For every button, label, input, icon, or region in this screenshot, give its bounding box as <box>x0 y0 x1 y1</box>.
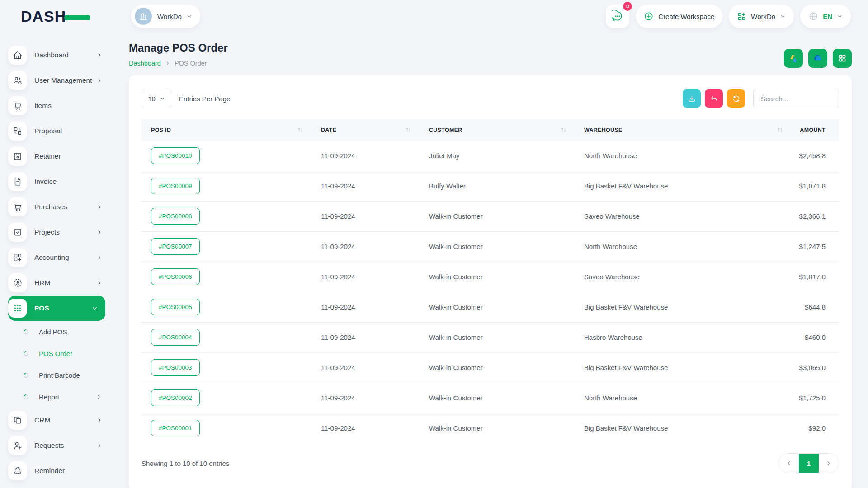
app-switcher-dropdown[interactable]: WorkDo <box>729 5 794 28</box>
sidebar-item-items[interactable]: Items <box>8 93 115 118</box>
pagination-next-button[interactable] <box>819 454 839 473</box>
google-drive-button[interactable] <box>784 49 803 68</box>
sidebar-label: Accounting <box>34 253 69 262</box>
workspace-name: WorkDo <box>157 13 182 20</box>
date-cell: 11-09-2024 <box>311 201 420 231</box>
pos-id-badge[interactable]: #POS00010 <box>151 147 200 164</box>
entries-per-page-label: Entries Per Page <box>179 95 230 103</box>
table-footer: Showing 1 to 10 of 10 entries 1 <box>142 453 839 473</box>
sidebar-item-projects[interactable]: Projects <box>8 220 115 245</box>
breadcrumb-dashboard-link[interactable]: Dashboard <box>129 60 161 67</box>
sidebar-label: Reminder <box>34 467 65 475</box>
chevron-right-icon <box>96 417 103 423</box>
table-row: #POS00003 11-09-2024 Walk-in Customer Bi… <box>142 352 839 383</box>
pagination: 1 <box>778 453 839 473</box>
grid-view-button[interactable] <box>833 49 852 68</box>
sort-icon <box>406 127 411 132</box>
search-input[interactable] <box>753 89 839 108</box>
chevron-right-icon <box>96 394 102 400</box>
language-dropdown[interactable]: EN <box>800 5 851 28</box>
table-row: #POS00001 11-09-2024 Walk-in Customer Bi… <box>142 413 839 443</box>
main-content: Manage POS Order Dashboard POS Order <box>115 33 868 488</box>
export-button[interactable] <box>683 89 701 108</box>
sidebar-subitem-print-barcode[interactable]: Print Barcode <box>8 364 115 386</box>
dash-logo-text: DASH <box>21 8 66 25</box>
sidebar-subitem-report[interactable]: Report <box>8 386 115 408</box>
sidebar-sublabel: Print Barcode <box>39 371 80 379</box>
app-switcher-label: WorkDo <box>751 13 775 20</box>
pos-id-badge[interactable]: #POS00004 <box>151 329 200 346</box>
refresh-button[interactable] <box>727 89 745 108</box>
sidebar-item-retainer[interactable]: Retainer <box>8 144 115 169</box>
customer-cell: Walk-in Customer <box>420 231 575 262</box>
dash-logo[interactable]: DASH <box>21 8 117 25</box>
sidebar-item-pos[interactable]: POS <box>8 296 105 321</box>
table-row: #POS00007 11-09-2024 Walk-in Customer No… <box>142 231 839 262</box>
sidebar-item-accounting[interactable]: Accounting <box>8 245 115 270</box>
pagination-page-1[interactable]: 1 <box>799 454 819 473</box>
sidebar-item-invoice[interactable]: Invoice <box>8 169 115 194</box>
pos-id-badge[interactable]: #POS00006 <box>151 268 200 285</box>
customer-cell: Buffy Walter <box>420 171 575 201</box>
col-amount[interactable]: AMOUNT <box>791 119 839 141</box>
language-label: EN <box>823 13 832 20</box>
col-customer[interactable]: CUSTOMER <box>420 119 575 141</box>
sidebar-item-reminder[interactable]: Reminder <box>8 458 115 483</box>
sidebar-subitem-pos-order[interactable]: POS Order <box>8 343 115 364</box>
date-cell: 11-09-2024 <box>311 383 420 413</box>
sidebar-subitem-add-pos[interactable]: Add POS <box>8 321 115 343</box>
sidebar-item-hrm[interactable]: HRM <box>8 270 115 296</box>
sidebar: Dashboard User Management Items Pr <box>0 33 115 488</box>
reset-button[interactable] <box>705 89 723 108</box>
sidebar-label: Purchases <box>34 203 67 211</box>
grid-plus-icon <box>8 248 27 267</box>
cart-icon <box>8 197 27 216</box>
entries-per-page-select[interactable]: 10 <box>142 89 171 108</box>
sidebar-item-purchases[interactable]: Purchases <box>8 194 115 220</box>
workspace-avatar <box>135 8 152 25</box>
refresh-icon <box>732 94 741 103</box>
sidebar-item-requests[interactable]: Requests <box>8 433 115 458</box>
download-icon <box>688 94 696 103</box>
bullet-icon <box>23 350 30 357</box>
onedrive-button[interactable] <box>808 49 827 68</box>
sidebar-item-crm[interactable]: CRM <box>8 408 115 433</box>
amount-cell: $2,366.1 <box>791 201 839 231</box>
table-controls: 10 Entries Per Page <box>142 89 839 108</box>
warehouse-cell: Saveo Warehouse <box>575 262 791 292</box>
pos-id-badge[interactable]: #POS00009 <box>151 178 200 194</box>
table-row: #POS00008 11-09-2024 Walk-in Customer Sa… <box>142 201 839 231</box>
chevron-right-icon <box>96 77 103 84</box>
chevron-down-icon <box>160 96 165 101</box>
chevron-right-icon <box>96 229 103 235</box>
pos-order-card: 10 Entries Per Page <box>129 75 852 488</box>
chevron-down-icon <box>91 305 98 312</box>
col-warehouse[interactable]: WAREHOUSE <box>575 119 791 141</box>
pos-id-badge[interactable]: #POS00003 <box>151 359 200 376</box>
col-date[interactable]: DATE <box>311 119 420 141</box>
sidebar-item-dashboard[interactable]: Dashboard <box>8 42 115 68</box>
sidebar-item-proposal[interactable]: Proposal <box>8 118 115 144</box>
bullet-icon <box>23 328 30 335</box>
pos-id-badge[interactable]: #POS00005 <box>151 299 200 315</box>
bullet-icon <box>23 371 30 379</box>
chevron-down-icon <box>837 14 843 19</box>
workspace-selector[interactable]: WorkDo <box>131 5 200 28</box>
create-workspace-button[interactable]: Create Workspace <box>636 5 722 28</box>
amount-cell: $644.8 <box>791 292 839 322</box>
sidebar-item-user-management[interactable]: User Management <box>8 68 115 93</box>
sidebar-sublabel: POS Order <box>39 350 72 357</box>
pos-id-badge[interactable]: #POS00008 <box>151 208 200 225</box>
warehouse-cell: North Warehouse <box>575 141 791 171</box>
pos-id-badge[interactable]: #POS00007 <box>151 238 200 255</box>
warehouse-cell: Big Basket F&V Warehouse <box>575 352 791 383</box>
messages-button[interactable]: 0 <box>606 5 629 28</box>
sidebar-label: User Management <box>34 76 92 84</box>
pos-id-badge[interactable]: #POS00002 <box>151 389 200 406</box>
copy-squares-icon <box>8 411 27 430</box>
sidebar-label: Invoice <box>34 178 57 186</box>
pos-id-badge[interactable]: #POS00001 <box>151 420 200 436</box>
pagination-prev-button[interactable] <box>779 454 799 473</box>
col-pos-id[interactable]: POS ID <box>142 119 311 141</box>
date-cell: 11-09-2024 <box>311 413 420 443</box>
